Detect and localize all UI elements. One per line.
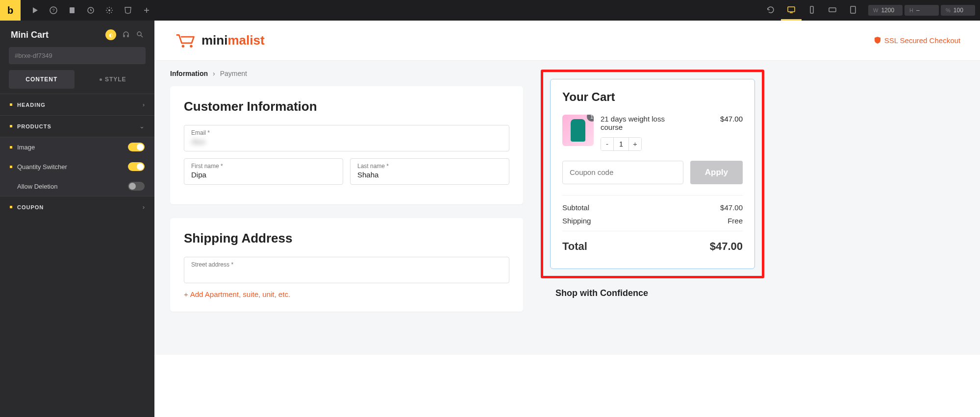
- section-products[interactable]: PRODUCTS ⌄: [0, 116, 154, 137]
- section-heading[interactable]: HEADING ›: [0, 94, 154, 115]
- add-icon[interactable]: [137, 0, 156, 21]
- email-input[interactable]: [191, 137, 502, 146]
- shipping-label: Shipping: [562, 217, 591, 225]
- top-toolbar: b ? W1200 H– %100: [0, 0, 980, 21]
- pages-icon[interactable]: [63, 0, 81, 21]
- option-qty-label: Quantity Switcher: [17, 163, 128, 171]
- shop-confidence-heading: Shop with Confidence: [541, 288, 764, 298]
- apply-coupon-button[interactable]: Apply: [690, 161, 743, 184]
- checkout-breadcrumb: Information › Payment: [170, 70, 523, 77]
- zoom-input[interactable]: %100: [941, 5, 975, 16]
- device-desktop-icon[interactable]: [781, 0, 802, 21]
- total-label: Total: [562, 240, 587, 253]
- store-brand: minimalist: [174, 31, 265, 49]
- add-apartment-link[interactable]: +Add Apartment, suite, unit, etc.: [184, 290, 290, 298]
- history-icon[interactable]: [81, 0, 100, 21]
- chevron-down-icon: ⌄: [139, 123, 145, 130]
- coupon-input[interactable]: [562, 161, 683, 184]
- product-thumbnail: 1: [562, 115, 594, 146]
- settings-icon[interactable]: [100, 0, 119, 21]
- customer-info-heading: Customer Information: [184, 99, 509, 114]
- tab-style[interactable]: STYLE: [80, 70, 146, 89]
- ssl-badge: SSL Secured Checkout: [874, 36, 960, 45]
- headphones-icon[interactable]: [122, 30, 130, 40]
- quantity-badge: 1: [587, 115, 594, 122]
- last-name-input[interactable]: [357, 171, 502, 179]
- chevron-right-icon: ›: [143, 101, 145, 108]
- total-value: $47.00: [710, 240, 743, 253]
- qty-value: 1: [614, 138, 628, 150]
- svg-point-10: [182, 45, 185, 48]
- chevron-right-icon: ›: [213, 70, 215, 77]
- cart-icon: [174, 31, 197, 49]
- breadcrumb-payment[interactable]: Payment: [220, 70, 247, 77]
- device-tablet-icon[interactable]: [843, 0, 863, 21]
- width-input[interactable]: W1200: [868, 5, 903, 16]
- css-icon[interactable]: [119, 0, 137, 21]
- svg-rect-6: [810, 6, 813, 13]
- svg-rect-7: [829, 8, 836, 12]
- svg-point-11: [190, 45, 193, 48]
- last-name-field[interactable]: Last name *: [350, 158, 509, 185]
- svg-rect-5: [788, 7, 795, 12]
- svg-rect-2: [70, 7, 75, 13]
- play-icon[interactable]: [25, 0, 44, 21]
- shield-icon: [874, 36, 881, 44]
- svg-text:?: ?: [52, 8, 54, 13]
- toggle-image[interactable]: [128, 143, 145, 151]
- element-title: Mini Cart: [11, 30, 49, 40]
- breadcrumb-information[interactable]: Information: [170, 70, 208, 77]
- toggle-quantity-switcher[interactable]: [128, 162, 145, 171]
- tab-content[interactable]: CONTENT: [9, 70, 75, 89]
- toggle-allow-deletion[interactable]: [128, 182, 145, 191]
- shipping-heading: Shipping Address: [184, 231, 509, 246]
- element-id-input[interactable]: #brxe-df7349: [9, 47, 146, 64]
- cart-card: Your Cart 1 21 days weight loss course -: [550, 79, 755, 269]
- device-tablet-landscape-icon[interactable]: [822, 0, 843, 21]
- street-input[interactable]: [191, 269, 502, 277]
- option-image-label: Image: [17, 144, 128, 151]
- email-field[interactable]: Email *: [184, 125, 509, 151]
- reload-icon[interactable]: [760, 0, 781, 21]
- subtotal-value: $47.00: [720, 203, 743, 212]
- device-mobile-icon[interactable]: [802, 0, 822, 21]
- product-name: 21 days weight loss course: [601, 115, 669, 131]
- customer-info-card: Customer Information Email * First name …: [170, 86, 523, 204]
- street-field[interactable]: Street address *: [184, 257, 509, 283]
- search-icon[interactable]: [136, 30, 144, 40]
- option-deletion-label: Allow Deletion: [17, 183, 128, 190]
- cart-item: 1 21 days weight loss course - 1 + $4: [562, 115, 743, 151]
- shipping-card: Shipping Address Street address * +Add A…: [170, 218, 523, 312]
- qty-decrease-button[interactable]: -: [601, 138, 614, 150]
- svg-rect-8: [851, 6, 855, 13]
- element-badge-icon[interactable]: ◐: [105, 29, 116, 40]
- height-input[interactable]: H–: [905, 5, 939, 16]
- sidebar: Mini Cart ◐ #brxe-df7349 CONTENT STYLE H…: [0, 21, 154, 417]
- cart-heading: Your Cart: [562, 90, 743, 104]
- qty-increase-button[interactable]: +: [628, 138, 641, 150]
- cart-highlight: Your Cart 1 21 days weight loss course -: [541, 70, 764, 278]
- item-price: $47.00: [720, 115, 743, 151]
- svg-point-4: [108, 9, 110, 11]
- plus-icon: +: [184, 290, 188, 298]
- first-name-input[interactable]: [191, 171, 336, 179]
- section-coupon[interactable]: COUPON ›: [0, 196, 154, 218]
- shipping-value: Free: [728, 217, 743, 225]
- brand-logo[interactable]: b: [0, 0, 21, 21]
- quantity-stepper: - 1 +: [601, 137, 642, 151]
- svg-point-9: [137, 32, 141, 36]
- first-name-field[interactable]: First name *: [184, 158, 343, 185]
- chevron-right-icon: ›: [143, 203, 145, 211]
- help-icon[interactable]: ?: [44, 0, 63, 21]
- subtotal-label: Subtotal: [562, 203, 589, 212]
- preview-canvas: minimalist SSL Secured Checkout Informat…: [154, 21, 980, 417]
